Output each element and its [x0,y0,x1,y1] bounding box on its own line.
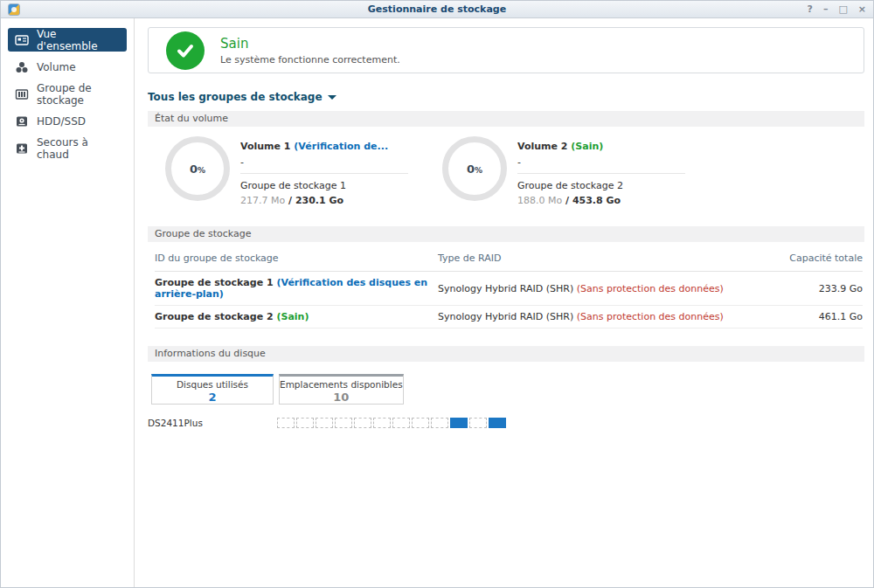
volume-detail-placeholder: - [517,156,685,168]
disks-used-count: 2 [152,391,273,404]
volume-2-usage-ring: 0% [442,136,507,201]
disk-slot-strip [277,418,506,428]
pool-capacity: 233.9 Go [735,283,863,294]
tab-disks-used[interactable]: Disques utilisés 2 [151,374,274,405]
maximize-icon[interactable]: □ [838,3,847,16]
volume-status-text: (Vérification de... [294,141,388,152]
volume-detail-placeholder: - [240,156,408,168]
pool-name: Groupe de stockage 1 [155,277,276,288]
volume-used-space: 188.0 Mo [517,195,562,206]
disk-slot-empty [296,418,314,428]
storage-pool-section-header: Groupe de stockage [148,226,864,242]
volume-status-row: 0% Volume 1 (Vérification de... - Groupe… [148,127,864,218]
storage-pool-filter-dropdown[interactable]: Tous les groupes de stockage [148,91,336,103]
window-controls: ? – □ × [807,3,866,16]
hot-spare-icon [15,142,29,156]
pool-capacity: 461.1 Go [735,311,863,322]
divider [240,173,408,174]
raid-type: Synology Hybrid RAID (SHR) [438,283,577,294]
sidebar-item-label: Volume [37,61,76,73]
green-check-icon [166,31,205,70]
minimize-icon[interactable]: – [823,3,829,16]
sidebar-item-overview[interactable]: Vue d'ensemble [8,28,127,52]
overview-icon [15,33,29,47]
disk-slot-empty [469,418,487,428]
divider [517,173,685,174]
volume-pool-name: Groupe de stockage 1 [240,180,408,191]
sidebar-item-hot-spare[interactable]: Secours à chaud [8,136,127,160]
device-row: DS2411Plus [148,418,864,428]
storage-pool-icon [15,87,29,101]
volume-pool-name: Groupe de stockage 2 [517,180,685,191]
system-health-card: Sain Le système fonctionne correctement. [148,27,864,73]
pool-status-text: (Sain) [276,311,309,322]
disk-slot-empty [354,418,371,428]
tab-slots-available[interactable]: Emplacements disponibles 10 [279,374,404,405]
disk-slot-used [489,418,506,428]
sidebar-item-hdd-ssd[interactable]: HDD/SSD [8,109,127,133]
volume-name: Volume 2 [517,141,571,152]
volume-2-panel: 0% Volume 2 (Sain) - Groupe de stockage … [442,136,719,206]
disk-slot-empty [392,418,410,428]
volume-status-text: (Sain) [571,141,603,152]
chevron-down-icon [328,95,336,100]
titlebar: Gestionnaire de stockage ? – □ × [1,1,873,18]
disk-slot-empty [316,418,333,428]
device-name: DS2411Plus [148,418,277,428]
sidebar-item-volume[interactable]: Volume [8,55,127,79]
raid-type: Synology Hybrid RAID (SHR) [438,311,577,322]
disk-slot-empty [431,418,448,428]
disk-slot-empty [412,418,429,428]
storage-pool-table: ID du groupe de stockage Type de RAID Ca… [155,242,863,329]
raid-warning: (Sans protection des données) [577,311,724,322]
disk-slot-used [450,418,468,428]
help-icon[interactable]: ? [807,3,812,16]
volume-usage-percent: 0 [190,163,198,176]
sidebar-item-label: Groupe de stockage [37,82,120,107]
column-header-pool-id: ID du groupe de stockage [155,252,438,264]
table-header-row: ID du groupe de stockage Type de RAID Ca… [155,242,863,272]
sidebar-item-label: Vue d'ensemble [37,28,120,52]
volume-1-usage-ring: 0% [165,136,230,201]
window-title: Gestionnaire de stockage [1,3,873,15]
sidebar-item-storage-pool[interactable]: Groupe de stockage [8,82,127,106]
volume-icon [15,60,29,74]
health-status: Sain [220,36,400,52]
column-header-raid-type: Type de RAID [438,252,735,264]
volume-usage-percent: 0 [467,163,475,176]
pool-filter-label: Tous les groupes de stockage [148,91,323,103]
sidebar: Vue d'ensemble Volume Groupe de stockage… [1,18,135,588]
hdd-icon [15,114,29,128]
disk-slot-empty [335,418,352,428]
sidebar-item-label: HDD/SSD [37,115,86,128]
storage-manager-window: Gestionnaire de stockage ? – □ × Vue d'e… [0,0,874,588]
slots-available-count: 10 [280,391,403,404]
pool-name: Groupe de stockage 2 [155,311,276,322]
column-header-total-capacity: Capacité totale [735,252,863,264]
health-description: Le système fonctionne correctement. [220,54,400,66]
volume-used-space: 217.7 Mo [240,195,285,206]
raid-warning: (Sans protection des données) [577,283,724,294]
table-row[interactable]: Groupe de stockage 1 (Vérification des d… [155,272,863,306]
table-row[interactable]: Groupe de stockage 2 (Sain) Synology Hyb… [155,306,863,329]
overview-content: Sain Le système fonctionne correctement.… [135,18,873,588]
volume-status-section-header: État du volume [148,111,864,127]
disk-tabs: Disques utilisés 2 Emplacements disponib… [151,374,864,405]
volume-1-panel: 0% Volume 1 (Vérification de... - Groupe… [165,136,442,206]
volume-total-space: 453.8 Go [572,195,621,206]
sidebar-item-label: Secours à chaud [37,136,120,161]
disk-slot-empty [373,418,391,428]
volume-total-space: 230.1 Go [295,195,343,206]
disk-slot-empty [277,418,295,428]
disk-info-section-header: Informations du disque [148,346,864,362]
volume-name: Volume 1 [240,141,294,152]
close-icon[interactable]: × [858,3,866,16]
